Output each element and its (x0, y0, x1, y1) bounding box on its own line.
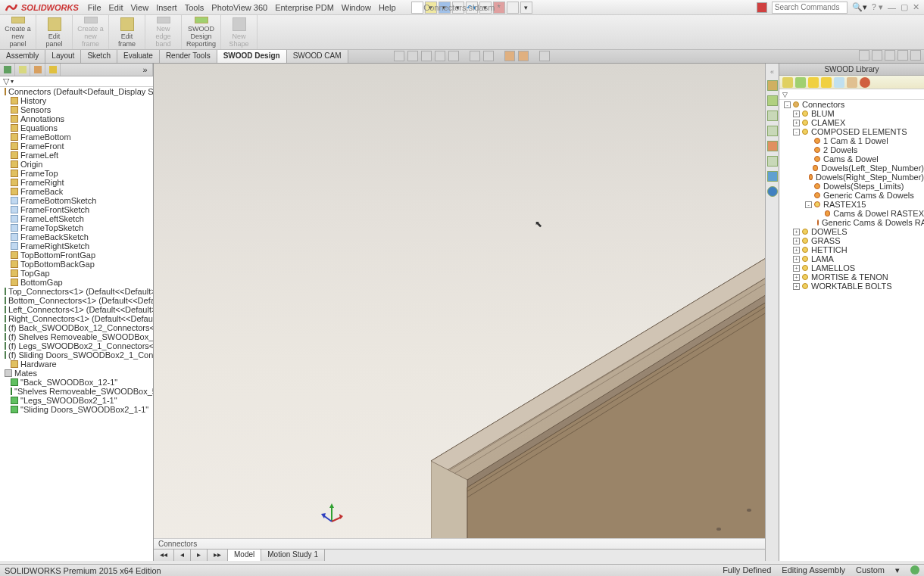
vp-nav-prev-icon[interactable]: ◂ (174, 550, 191, 561)
ribbon-new-shape[interactable]: NewShape (221, 15, 258, 49)
swood-library-tree[interactable]: -Connectors+BLUM+CLAMEX-COMPOSED ELEMENT… (779, 100, 924, 561)
tp-custom-props-icon[interactable] (767, 156, 778, 167)
status-help-icon[interactable] (910, 565, 919, 574)
tp-resources-icon[interactable] (767, 80, 778, 91)
lib-item[interactable]: Dowels(Left_Step_Number) (779, 163, 924, 173)
vp-restore-icon[interactable] (885, 50, 895, 61)
lib-item[interactable]: +LAMELLOS (779, 263, 924, 272)
tree-item[interactable]: FrameLeftSketch (0, 214, 153, 223)
tree-item[interactable]: Right_Connectors<1> (Default<<Default>_D… (0, 314, 153, 323)
tree-item[interactable]: FrameRightSketch (0, 241, 153, 251)
tab-render-tools[interactable]: Render Tools (160, 50, 217, 63)
fm-expand-icon[interactable]: » (138, 64, 153, 76)
tree-item[interactable]: TopBottomFrontGap (0, 251, 153, 260)
tree-item[interactable]: Equations (0, 123, 153, 132)
tree-item[interactable]: (f) Sliding Doors_SWOODBox2_1_Connectors… (0, 350, 153, 360)
status-units[interactable]: Custom (856, 565, 885, 575)
fm-tab-tree-icon[interactable] (0, 64, 15, 76)
tree-item[interactable]: FrameBottomSketch (0, 196, 153, 205)
tab-sketch[interactable]: Sketch (81, 50, 117, 63)
swl-tool3-icon[interactable] (808, 77, 819, 88)
fm-tab-display-icon[interactable] (45, 64, 61, 76)
tp-file-explorer-icon[interactable] (767, 111, 778, 121)
tree-item[interactable]: "Sliding Doors_SWOODBox2_1-1" (0, 405, 153, 414)
tab-swood-design[interactable]: SWOOD Design (217, 50, 287, 63)
lib-item[interactable]: 1 Cam & 1 Dowel (779, 136, 924, 145)
swl-tool1-icon[interactable] (782, 77, 793, 88)
taskpane-collapse-icon[interactable]: « (770, 68, 774, 76)
prev-view-icon[interactable] (421, 51, 432, 61)
tp-appearances-icon[interactable] (767, 141, 778, 151)
tree-item[interactable]: FrameTop (0, 169, 153, 178)
menu-view[interactable]: View (130, 3, 148, 12)
tree-item[interactable]: FrameFrontSketch (0, 205, 153, 214)
tree-item[interactable]: Left_Connectors<1> (Default<<Default>_Di… (0, 305, 153, 314)
tp-forum-icon[interactable] (767, 186, 778, 197)
lib-item[interactable]: -RASTEX15 (779, 200, 924, 209)
tree-item[interactable]: Bottom_Connectors<1> (Default<<Default>_… (0, 296, 153, 305)
ribbon-swood-reporting[interactable]: SWOODDesignReporting (182, 15, 221, 49)
tree-item[interactable]: BottomGap (0, 278, 153, 287)
vp-min-icon[interactable] (859, 50, 869, 61)
tree-item[interactable]: (f) Back_SWOODBox_12_Connectors<1> (Defa… (0, 323, 153, 332)
menu-insert[interactable]: Insert (156, 3, 177, 12)
tree-item[interactable]: History (0, 96, 153, 105)
lib-item[interactable]: Generic Cams & Dowels (779, 191, 924, 200)
swl-tool7-icon[interactable] (860, 77, 870, 88)
tree-item[interactable]: FrameBackSketch (0, 232, 153, 241)
tree-item[interactable]: "Shelves Removeable_SWOODBox_5-1" (0, 387, 153, 396)
menu-window[interactable]: Window (342, 3, 371, 12)
lib-item[interactable]: +GRASS (779, 236, 924, 245)
restore-icon[interactable]: ▢ (901, 2, 908, 12)
menu-epdm[interactable]: Enterprise PDM (275, 3, 334, 12)
tp-swood-icon[interactable] (767, 171, 778, 182)
menu-edit[interactable]: Edit (109, 3, 123, 12)
tab-assembly[interactable]: Assembly (0, 50, 45, 63)
lib-item[interactable]: Generic Cams & Dowels RASTEX (779, 218, 924, 227)
tree-item[interactable]: FrameRight (0, 178, 153, 187)
tree-root[interactable]: Connectors (Default<Default_Display Stat… (0, 87, 153, 96)
lib-item[interactable]: +CLAMEX (779, 118, 924, 127)
tp-design-lib-icon[interactable] (767, 95, 778, 106)
sw-resources-icon[interactable] (757, 2, 767, 13)
close-icon[interactable]: ✕ (913, 2, 919, 12)
qat-new-icon[interactable] (411, 2, 423, 14)
swl-tool5-icon[interactable] (834, 77, 844, 88)
swl-tool4-icon[interactable] (821, 77, 832, 88)
menu-help[interactable]: Help (379, 3, 396, 12)
hide-show-icon[interactable] (483, 51, 494, 61)
view-orient-icon[interactable] (448, 51, 459, 61)
vp-tab-motion[interactable]: Motion Study 1 (261, 550, 325, 561)
tree-item[interactable]: Top_Connectors<1> (Default<<Default>_Dis… (0, 287, 153, 296)
lib-root[interactable]: -Connectors (779, 100, 924, 109)
lib-item[interactable]: +MORTISE & TENON (779, 272, 924, 282)
tp-view-palette-icon[interactable] (767, 126, 778, 136)
search-icon[interactable]: 🔍▾ (852, 2, 867, 12)
view-settings-icon[interactable] (539, 51, 550, 61)
ribbon-create-panel[interactable]: Create anewpanel (0, 15, 36, 49)
tree-item[interactable]: "Back_SWOODBox_12-1" (0, 378, 153, 387)
edit-appearance-icon[interactable] (504, 51, 515, 61)
help-icon[interactable]: ? ▾ (872, 2, 883, 12)
vp-max-icon[interactable] (872, 50, 882, 61)
fm-tab-config-icon[interactable] (30, 64, 45, 76)
tree-item[interactable]: FrameTopSketch (0, 223, 153, 232)
tab-swood-cam[interactable]: SWOOD CAM (287, 50, 348, 63)
lib-item[interactable]: +LAMA (779, 254, 924, 263)
view-triad-icon[interactable] (320, 500, 343, 523)
zoom-area-icon[interactable] (407, 51, 418, 61)
tree-item[interactable]: FrameBack (0, 187, 153, 196)
fm-tab-property-icon[interactable] (15, 64, 30, 76)
swl-filter-bar[interactable]: ▽ (779, 89, 924, 100)
tree-item[interactable]: TopGap (0, 269, 153, 278)
tree-item[interactable]: FrameFront (0, 142, 153, 151)
tree-item[interactable]: (f) Legs_SWOODBox2_1_Connectors<1> (Defa… (0, 341, 153, 350)
menu-file[interactable]: File (88, 3, 101, 12)
lib-item[interactable]: +DOWELS (779, 227, 924, 236)
tab-evaluate[interactable]: Evaluate (117, 50, 160, 63)
tree-item[interactable]: (f) Shelves Removeable_SWOODBox_5_Connec… (0, 332, 153, 341)
menu-tools[interactable]: Tools (185, 3, 204, 12)
tree-item[interactable]: "Legs_SWOODBox2_1-1" (0, 396, 153, 405)
tree-item[interactable]: Mates (0, 369, 153, 378)
lib-item[interactable]: Cams & Dowel RASTEX (779, 209, 924, 218)
